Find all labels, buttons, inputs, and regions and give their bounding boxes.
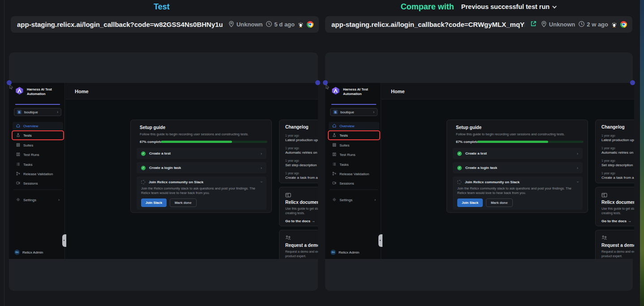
sidebar-item-overview: Overview: [329, 122, 379, 130]
current-test-url: app-staging.relicx.ai/login_callback?cod…: [17, 21, 223, 28]
step-join-slack: Join Relicx community on Slack › Join th…: [137, 177, 266, 210]
columns-icon: [16, 152, 20, 157]
project-selector: B boutique ›: [330, 108, 378, 116]
setup-guide-title: Setup guide: [140, 125, 165, 130]
compare-with-panel: Compare with Previous successful test ru…: [323, 0, 634, 306]
compare-test-url-bar: app-staging.relicx.ai/login_callback?cod…: [325, 16, 632, 33]
clock-icon: [578, 21, 585, 29]
progress-fill: [477, 141, 548, 143]
captured-app-screenshot: Harness AI Test Automation B boutique › …: [9, 83, 318, 259]
slack-step-description: Join the Relicx community slack to ask q…: [137, 184, 266, 195]
docs-title: Relicx documentation: [601, 200, 634, 205]
sidebar-item-tasks: Tasks: [329, 160, 379, 168]
sidebar-divider: [330, 190, 378, 190]
changelog-entry: 1 year ago Automatic retries on test fai…: [601, 147, 634, 155]
changelog-entry: 1 year ago Create a task from a test: [285, 172, 318, 180]
request-demo-card: Request a demo Request a demo and explor…: [595, 230, 634, 259]
test-comparison-view: Test app-staging.relicx.ai/login_callbac…: [0, 0, 644, 306]
chevron-right-icon: ›: [374, 198, 376, 202]
chevron-right-icon: ›: [57, 110, 58, 114]
people-icon: [285, 234, 291, 242]
sidebar-item-suites: Suites: [13, 141, 63, 149]
setup-guide-title: Setup guide: [456, 125, 481, 130]
compare-with-header: Compare with Previous successful test ru…: [323, 0, 634, 13]
setup-guide-card: Setup guide Follow this guide to begin r…: [447, 120, 588, 213]
empty-circle-icon: [457, 180, 461, 184]
documentation-card: Relicx documentation Use this guide to g…: [595, 187, 634, 226]
grid-icon: [332, 143, 336, 148]
join-slack-button: Join Slack: [141, 198, 167, 207]
changelog-title: Changelog: [285, 125, 309, 129]
chevron-right-icon: ›: [373, 110, 374, 114]
empty-circle-icon: [141, 180, 145, 184]
compare-test-url: app-staging.relicx.ai/login_callback?cod…: [331, 21, 525, 28]
user-name: Relicx Admin: [22, 250, 43, 254]
compare-with-heading: Compare with: [401, 2, 454, 12]
sidebar-item-sessions: Sessions: [13, 179, 63, 187]
app-sidebar: Harness AI Test Automation B boutique › …: [326, 83, 381, 259]
step-create-a-login-task: Create a login task ›: [137, 162, 266, 173]
project-name: boutique: [340, 110, 370, 114]
setup-guide-description: Follow this guide to begin recording use…: [456, 132, 565, 136]
step-create-a-test: Create a test ›: [137, 148, 266, 159]
step-join-slack: Join Relicx community on Slack › Join th…: [453, 177, 583, 210]
app-page-header: Home: [65, 83, 318, 99]
compare-run-dropdown[interactable]: Previous successful test run: [461, 3, 557, 10]
linux-penguin-icon: [611, 21, 617, 29]
sidebar-collapse-handle: [62, 234, 66, 247]
external-link-icon[interactable]: [530, 21, 537, 28]
chevron-right-icon: ›: [261, 151, 262, 156]
app-page-header: Home: [382, 83, 634, 99]
people-icon: [601, 234, 607, 242]
chevron-right-icon: ›: [58, 198, 60, 202]
avatar: RA: [331, 250, 336, 255]
progress-bar: [161, 141, 267, 143]
location-pin-icon: [228, 21, 235, 29]
gear-icon: [16, 198, 20, 203]
project-badge: B: [17, 110, 21, 114]
clock-icon: [266, 21, 272, 29]
sidebar-item-tests: Tests: [329, 131, 379, 139]
sidebar-item-sessions: Sessions: [329, 179, 379, 187]
mark-done-button: Mark done: [170, 198, 197, 207]
current-test-panel: Test app-staging.relicx.ai/login_callbac…: [4, 0, 319, 306]
book-icon: [285, 191, 291, 199]
location-meta: Unknown: [541, 21, 575, 29]
sidebar-item-release-validation: Release Validation: [329, 170, 379, 178]
harness-logo-icon: [331, 86, 340, 97]
grid-icon: [16, 143, 20, 148]
documentation-card: Relicx documentation Use this guide to g…: [279, 187, 318, 226]
branch-check-icon: [16, 172, 20, 177]
current-test-header: Test: [4, 0, 319, 13]
app-content: Setup guide Follow this guide to begin r…: [382, 99, 634, 259]
columns-icon: [332, 152, 336, 157]
sidebar-divider: [13, 190, 62, 190]
changelog-entry: 1 year ago Create a task from a test: [601, 172, 634, 180]
list-icon: [332, 162, 336, 167]
chevron-right-icon: ›: [261, 166, 262, 170]
video-icon: [16, 181, 20, 186]
list-icon: [16, 162, 20, 167]
brand-name: Harness AI Test Automation: [343, 87, 368, 96]
demo-description: Request a demo and explore Relicx's capa…: [601, 250, 634, 258]
sidebar-item-test-runs: Test Runs: [329, 151, 379, 159]
book-icon: [601, 191, 607, 199]
brand-name: Harness AI Test Automation: [27, 87, 52, 96]
step-create-a-login-task: Create a login task ›: [453, 162, 583, 173]
sidebar-collapse-handle: [378, 234, 382, 247]
chevron-down-icon: ›: [259, 181, 264, 183]
project-name: boutique: [24, 110, 54, 114]
user-name: Relicx Admin: [339, 250, 359, 254]
go-to-docs-link: Go to the docs →: [285, 219, 315, 223]
user-footer: RA Relicx Admin: [14, 250, 43, 255]
harness-logo-icon: [15, 86, 24, 97]
go-to-docs-link: Go to the docs →: [601, 219, 631, 223]
check-circle-icon: [141, 166, 146, 170]
changelog-entry: 1 year ago Latest production update: [285, 134, 318, 142]
progress-bar: [477, 141, 584, 143]
setup-guide-card: Setup guide Follow this guide to begin r…: [130, 120, 272, 213]
branch-check-icon: [332, 172, 336, 177]
sidebar-item-tasks: Tasks: [13, 160, 63, 168]
project-badge: B: [333, 110, 338, 114]
background-image-sliver: [640, 0, 644, 306]
